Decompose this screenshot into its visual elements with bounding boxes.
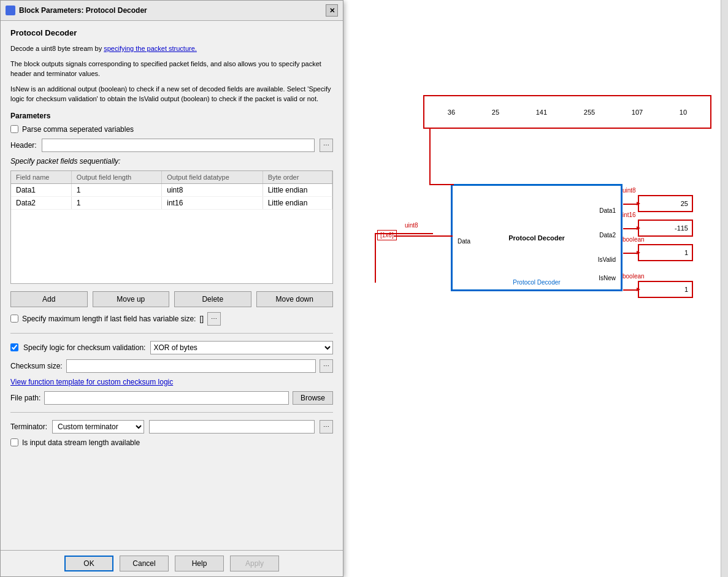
cancel-button[interactable]: Cancel — [120, 556, 169, 571]
table-row[interactable]: Data11uint8Little endian — [11, 183, 332, 196]
input-stream-checkbox[interactable] — [10, 438, 18, 446]
col-datatype: Output field datatype — [162, 171, 262, 184]
table-row[interactable]: Data21int16Little endian — [11, 196, 332, 209]
terminator-row: Terminator: Custom terminator No termina… — [10, 420, 333, 434]
move-down-button[interactable]: Move down — [256, 291, 334, 307]
parse-csv-row: Parse comma seperated variables — [10, 125, 333, 134]
simulink-canvas: 36 25 141 255 107 10 Protocol Decoder Da… — [343, 0, 728, 577]
display-val-2: 25 — [492, 109, 499, 116]
isvalid-port-label: IsValid — [598, 256, 616, 263]
max-length-row: Specify maximum length if last field has… — [10, 312, 333, 326]
checksum-method-select[interactable]: XOR of bytes Sum of bytes CRC Custom — [150, 341, 333, 354]
block-sublabel: Protocol Decoder — [513, 279, 560, 286]
input-stream-row: Is input data stream length available — [10, 438, 333, 447]
terminator-value-input[interactable]: 10 — [149, 420, 315, 434]
block-main-label: Protocol Decoder — [508, 234, 565, 242]
data2-display: -115 — [638, 220, 693, 237]
col-output-length: Output field length — [71, 171, 161, 184]
browse-button[interactable]: Browse — [293, 391, 333, 405]
block-parameters-dialog: Block Parameters: Protocol Decoder ✕ Pro… — [0, 0, 343, 577]
data1-port-label: Data1 — [599, 207, 616, 214]
top-horiz-line — [429, 184, 454, 185]
checksum-label: Specify logic for checksum validation: — [23, 343, 145, 352]
description-1: Decode a uint8 byte stream by specifying… — [10, 44, 333, 54]
data-port-label: Data — [458, 238, 470, 245]
max-length-dots-button[interactable]: ⋯ — [207, 312, 221, 326]
header-dots-button[interactable]: ⋯ — [320, 139, 333, 152]
protocol-decoder-block[interactable]: Protocol Decoder Data1 Data2 IsValid IsN… — [451, 184, 623, 291]
help-button[interactable]: Help — [175, 556, 224, 571]
data1-value: 25 — [681, 200, 688, 207]
divider-1 — [10, 333, 333, 334]
arrow3 — [637, 251, 640, 254]
filepath-label: File path: — [10, 394, 40, 402]
description-3: IsNew is an additional output (boolean) … — [10, 84, 333, 104]
header-input[interactable]: 36 — [42, 139, 315, 152]
left-vert-line — [375, 234, 376, 283]
block-name: Protocol Decoder — [10, 28, 333, 37]
input-line — [394, 235, 453, 237]
display-val-3: 141 — [536, 109, 547, 116]
uint8-out-label: uint8 — [623, 187, 636, 194]
max-length-label: Specify maximum length if last field has… — [22, 315, 196, 323]
checksum-size-label: Checksum size: — [10, 362, 63, 370]
isnew-port-label: IsNew — [599, 275, 616, 281]
data2-value: -115 — [675, 224, 688, 232]
dialog-footer: OK Cancel Help Apply — [1, 550, 343, 576]
parse-csv-checkbox[interactable] — [10, 125, 18, 133]
add-button[interactable]: Add — [10, 291, 88, 307]
fields-table: Field name Output field length Output fi… — [11, 171, 332, 210]
boolean1-label: boolean — [623, 236, 645, 243]
delete-button[interactable]: Delete — [174, 291, 251, 307]
left-horiz-line — [375, 233, 433, 234]
max-length-brackets: [] — [199, 315, 204, 323]
terminator-select[interactable]: Custom terminator No terminator CR LF CR… — [52, 420, 144, 434]
close-button[interactable]: ✕ — [326, 4, 338, 17]
parse-csv-label: Parse comma seperated variables — [22, 125, 134, 134]
data2-port-label: Data2 — [599, 232, 616, 239]
arrow2 — [637, 226, 640, 230]
top-vert-line — [429, 129, 431, 184]
isnew-display: 1 — [638, 281, 693, 298]
filepath-input[interactable] — [44, 391, 289, 405]
checksum-size-row: Checksum size: [] ⋯ — [10, 359, 333, 373]
fields-table-container: Field name Output field length Output fi… — [10, 170, 333, 284]
divider-2 — [10, 412, 333, 413]
terminator-dots-button[interactable]: ⋯ — [320, 420, 333, 434]
isvalid-value: 1 — [684, 249, 688, 256]
params-label: Parameters — [10, 112, 333, 120]
boolean2-label: boolean — [623, 273, 645, 280]
dialog-body: Protocol Decoder Decode a uint8 byte str… — [1, 21, 343, 550]
display-val-4: 255 — [584, 109, 595, 116]
checksum-row: Specify logic for checksum validation: X… — [10, 341, 333, 354]
action-buttons: Add Move up Delete Move down — [10, 291, 333, 307]
display-val-1: 36 — [448, 109, 455, 116]
view-function-link[interactable]: View function template for custom checks… — [10, 378, 333, 386]
ok-button[interactable]: OK — [64, 556, 113, 571]
isnew-value: 1 — [684, 286, 688, 293]
header-row: Header: 36 ⋯ — [10, 139, 333, 152]
move-up-button[interactable]: Move up — [93, 291, 170, 307]
max-length-checkbox[interactable] — [10, 315, 18, 323]
col-field-name: Field name — [11, 171, 71, 184]
isvalid-display: 1 — [638, 244, 693, 261]
description-2: The block outputs signals corresponding … — [10, 59, 333, 79]
dialog-icon — [6, 6, 15, 15]
arrow4 — [637, 288, 640, 291]
wide-display-block: 36 25 141 255 107 10 — [423, 95, 711, 129]
header-label: Header: — [10, 141, 37, 150]
packet-fields-label: Specify packet fields sequentially: — [10, 157, 333, 166]
checksum-size-dots-button[interactable]: ⋯ — [320, 359, 333, 373]
arrow1 — [637, 202, 640, 205]
dialog-titlebar: Block Parameters: Protocol Decoder ✕ — [1, 1, 343, 21]
checksum-checkbox[interactable] — [10, 343, 18, 351]
filepath-row: File path: Browse — [10, 391, 333, 405]
dialog-title: Block Parameters: Protocol Decoder — [19, 6, 322, 15]
input-stream-label: Is input data stream length available — [22, 438, 140, 447]
checksum-size-input[interactable]: [] — [66, 359, 316, 373]
data1-display: 25 — [638, 195, 693, 212]
display-val-5: 107 — [632, 109, 643, 116]
int16-out-label: int16 — [623, 212, 636, 218]
apply-button[interactable]: Apply — [230, 556, 279, 571]
scrollbar-track[interactable] — [721, 0, 728, 577]
